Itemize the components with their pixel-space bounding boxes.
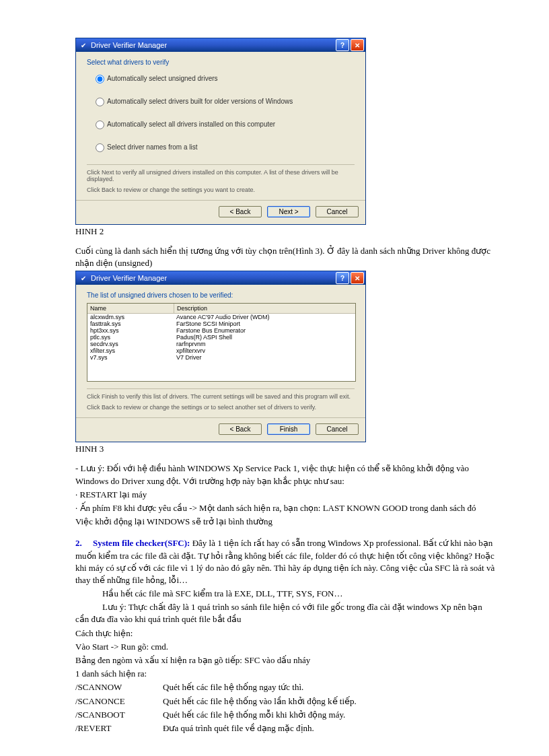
- driver-name: xfilter.sys: [87, 347, 174, 354]
- table-row[interactable]: hpt3xx.sysFarstone Bus Enumerator: [87, 327, 355, 334]
- window-title: Driver Verifier Manager: [91, 274, 167, 282]
- table-row[interactable]: ptlc.sysPadus(R) ASPI Shell: [87, 334, 355, 341]
- table-row[interactable]: fasttrak.sysFarStone SCSI Miniport: [87, 320, 355, 327]
- dialog-driver-verifier: ✔ Driver Verifier Manager ? ✕ Select wha…: [75, 38, 366, 225]
- figure-caption-3: HINH 3: [75, 444, 495, 454]
- radio-option-list[interactable]: Select driver names from a list: [92, 141, 355, 152]
- note-line: - Lưu ý: Đối với hệ điều hành WINDOWS Xp…: [75, 462, 495, 487]
- window-title: Driver Verifier Manager: [91, 41, 167, 49]
- help-button[interactable]: ?: [336, 39, 349, 51]
- section-label: Select what drivers to verify: [87, 59, 355, 66]
- hint-back: Click Back to review or change the setti…: [87, 404, 355, 411]
- table-row[interactable]: v7.sysV7 Driver: [87, 354, 355, 361]
- command-row: /SCANBOOTQuét hết các file hệ thống mỗi …: [75, 709, 495, 721]
- driver-desc: Avance AC'97 Audio Driver (WDM): [174, 314, 355, 320]
- driver-desc: Padus(R) ASPI Shell: [174, 334, 355, 341]
- list-appears: 1 danh sách hiện ra:: [75, 668, 495, 680]
- command-row: /SCANONCEQuét hết các file hệ thống vào …: [75, 695, 495, 708]
- start-run-cmd: Vào Start -> Run gõ: cmd.: [75, 641, 495, 653]
- dialog-driver-list: ✔ Driver Verifier Manager ? ✕ The list o…: [75, 271, 366, 442]
- driver-desc: Farstone Bus Enumerator: [174, 327, 355, 334]
- hint-back: Click Back to review or change the setti…: [87, 186, 355, 193]
- col-name-header[interactable]: Name: [87, 304, 174, 313]
- driver-name: secdrv.sys: [87, 341, 174, 347]
- hint-finish: Click Finish to verify this list of driv…: [87, 393, 355, 400]
- driver-desc: xpfilterxvrv: [174, 347, 355, 354]
- radio-input[interactable]: [96, 121, 104, 129]
- col-desc-header[interactable]: Description: [174, 304, 355, 313]
- help-button[interactable]: ?: [336, 272, 349, 284]
- section-sfc: 2. System file checker(SFC): Đây là 1 ti…: [75, 537, 495, 586]
- driver-desc: rarfnprvnm: [174, 341, 355, 347]
- restart-normal: Việc khởi động lại WINDOWS sẽ trở lại bì…: [75, 516, 495, 528]
- back-button[interactable]: < Back: [219, 206, 262, 217]
- driver-name: fasttrak.sys: [87, 320, 174, 327]
- cancel-button[interactable]: Cancel: [316, 206, 359, 217]
- finish-button[interactable]: Finish: [267, 423, 310, 435]
- titlebar[interactable]: ✔ Driver Verifier Manager ? ✕: [76, 38, 365, 52]
- close-button[interactable]: ✕: [351, 272, 364, 284]
- back-button[interactable]: < Back: [219, 423, 262, 435]
- cancel-button[interactable]: Cancel: [316, 423, 359, 435]
- table-row[interactable]: secdrv.sysrarfnprvnm: [87, 341, 355, 347]
- radio-input[interactable]: [96, 75, 104, 83]
- driver-name: v7.sys: [87, 354, 174, 361]
- driver-name: alcxwdm.sys: [87, 314, 174, 320]
- command-name: /SCANONCE: [75, 695, 163, 708]
- hint-next: Click Next to verify all unsigned driver…: [87, 169, 355, 182]
- driver-desc: FarStone SCSI Miniport: [174, 320, 355, 327]
- app-icon: ✔: [79, 273, 88, 283]
- section-number: 2.: [75, 538, 82, 548]
- driver-name: ptlc.sys: [87, 334, 174, 341]
- sfc-note: Lưu ý: Thực chất đây là 1 quá trình so s…: [75, 601, 495, 625]
- figure-caption-2: HINH 2: [75, 226, 495, 237]
- close-button[interactable]: ✕: [351, 39, 364, 51]
- table-row[interactable]: alcxwdm.sysAvance AC'97 Audio Driver (WD…: [87, 314, 355, 320]
- section-title: System file checker(SFC):: [93, 538, 190, 548]
- command-name: /SCANBOOT: [75, 709, 163, 721]
- command-desc: Đưa quá trình quét file về dạng mặc định…: [163, 722, 314, 734]
- section-label: The list of unsigned drivers chosen to b…: [87, 291, 355, 299]
- command-desc: Quét hết các file hệ thống mỗi khi khởi …: [163, 709, 345, 721]
- driver-name: hpt3xx.sys: [87, 327, 174, 334]
- howto-label: Cách thực hiện:: [75, 627, 495, 640]
- command-row: /SCANNOWQuét hết các file hệ thống ngay …: [75, 681, 495, 693]
- sfc-files: Hầu hết các file mà SFC kiểm tra là EXE,…: [75, 588, 495, 600]
- command-name: /REVERT: [75, 722, 163, 734]
- app-icon: ✔: [79, 40, 88, 50]
- next-button[interactable]: Next >: [267, 206, 310, 217]
- radio-input[interactable]: [96, 98, 104, 106]
- command-name: /SCANNOW: [75, 681, 163, 693]
- command-desc: Quét hết các file hệ thống ngay tức thì.: [163, 681, 303, 693]
- table-row[interactable]: xfilter.sysxpfilterxvrv: [87, 347, 355, 354]
- command-row: /REVERTĐưa quá trình quét file về dạng m…: [75, 722, 495, 734]
- radio-option-older[interactable]: Automatically select drivers built for o…: [92, 96, 355, 106]
- command-desc: Quét hết các file hệ thống vào lần khởi …: [163, 695, 357, 708]
- radio-option-unsigned[interactable]: Automatically select unsigned drivers: [92, 73, 355, 83]
- hint-block: Click Next to verify all unsigned driver…: [87, 164, 355, 193]
- bullet-f8: · Ấn phím F8 khi được yêu cầu -> Một dan…: [75, 502, 495, 514]
- black-window: Bảng đen ngòm và xấu xí hiện ra bạn gõ t…: [75, 654, 495, 666]
- paragraph: Cuối cùng là danh sách hiển thị tương ứn…: [75, 245, 495, 269]
- hint-block: Click Finish to verify this list of driv…: [87, 388, 355, 411]
- driver-table: Name Description alcxwdm.sysAvance AC'97…: [87, 303, 356, 382]
- radio-input[interactable]: [96, 143, 104, 152]
- radio-option-all[interactable]: Automatically select all drivers install…: [92, 118, 355, 129]
- driver-desc: V7 Driver: [174, 354, 355, 361]
- bullet-restart: · RESTART lại máy: [75, 489, 495, 501]
- titlebar[interactable]: ✔ Driver Verifier Manager ? ✕: [76, 271, 365, 285]
